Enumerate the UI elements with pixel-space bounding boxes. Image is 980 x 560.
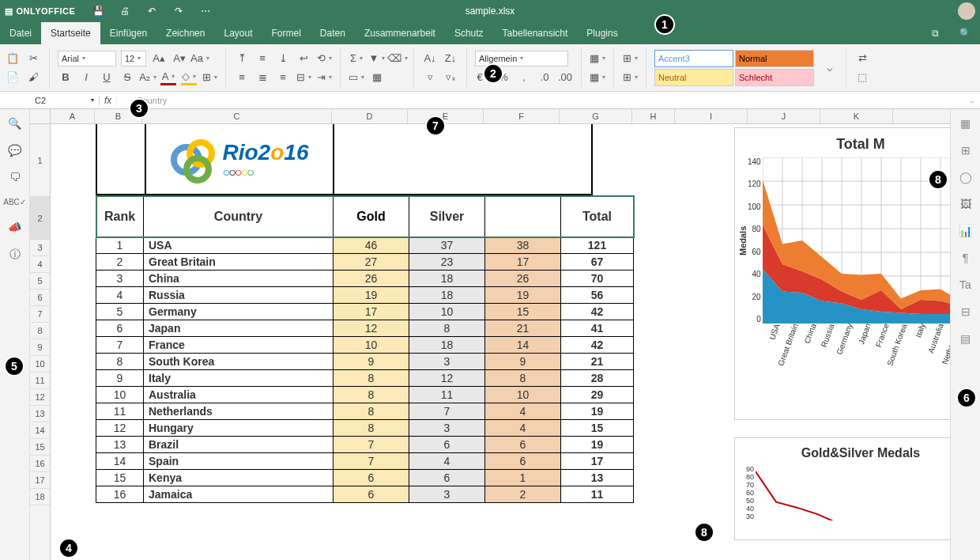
clear-icon[interactable]: ⌫ — [390, 51, 405, 66]
comments-icon[interactable]: 💬 — [8, 144, 21, 157]
col-header-I[interactable]: I — [675, 109, 748, 123]
comma-icon[interactable]: , — [516, 70, 532, 85]
font-name-select[interactable]: Arial — [58, 51, 116, 66]
menu-startseite[interactable]: Startseite — [41, 22, 100, 44]
col-header-J[interactable]: J — [748, 109, 820, 123]
table-row[interactable]: 14Spain74617 — [96, 453, 634, 470]
style-schlecht[interactable]: Schlecht — [735, 69, 814, 86]
col-header-F[interactable]: F — [484, 109, 560, 123]
sort-asc-icon[interactable]: A↓ — [422, 51, 438, 66]
row-header-8[interactable]: 8 — [30, 323, 50, 339]
sort-desc-icon[interactable]: Z↓ — [443, 51, 458, 66]
image-settings-icon[interactable]: 🖼 — [960, 198, 971, 210]
table-template-icon[interactable]: ⊞ — [622, 70, 638, 85]
style-accent3[interactable]: Accent3 — [654, 50, 733, 67]
menu-plugins[interactable]: Plugins — [577, 22, 627, 44]
row-header-14[interactable]: 14 — [30, 422, 50, 439]
delete-cells-icon[interactable]: ▦ — [590, 70, 605, 85]
named-range-icon[interactable]: ▭ — [349, 70, 364, 85]
table-row[interactable]: 1USA463738121 — [96, 237, 634, 254]
decrease-font-icon[interactable]: A▾ — [172, 51, 187, 66]
wrap-text-icon[interactable]: ↩ — [296, 51, 311, 66]
print-icon[interactable]: 🖨 — [118, 4, 132, 18]
col-header-D[interactable]: D — [332, 109, 408, 123]
select-all-corner[interactable] — [30, 109, 51, 124]
orientation-icon[interactable]: ⟲ — [316, 51, 332, 66]
col-header-H[interactable]: H — [632, 109, 675, 123]
menu-zusammenarbeit[interactable]: Zusammenarbeit — [355, 22, 445, 44]
table-row[interactable]: 16Jamaica63211 — [96, 486, 634, 503]
align-bottom-icon[interactable]: ⤓ — [275, 51, 291, 66]
row-header-12[interactable]: 12 — [30, 389, 50, 406]
row-header-2[interactable]: 2 — [30, 197, 50, 240]
find-icon[interactable]: 🔍 — [8, 117, 21, 130]
align-right-icon[interactable]: ≡ — [275, 70, 291, 85]
paragraph-settings-icon[interactable]: ¶ — [963, 252, 969, 264]
table-row[interactable]: 15Kenya66113 — [96, 470, 634, 486]
user-avatar[interactable] — [958, 2, 975, 20]
menu-tabellenansicht[interactable]: Tabellenansicht — [493, 22, 578, 44]
row-header-6[interactable]: 6 — [30, 289, 50, 306]
underline-icon[interactable]: U — [99, 70, 115, 85]
align-top-icon[interactable]: ⤒ — [234, 51, 250, 66]
table-row[interactable]: 9Italy812828 — [96, 370, 634, 387]
spreadsheet-grid[interactable]: ABCDEFGHIJK 123456789101112131415161718 … — [30, 109, 950, 560]
row-header-5[interactable]: 5 — [30, 273, 50, 289]
table-row[interactable]: 5Germany17101542 — [96, 304, 634, 320]
shape-settings-icon[interactable]: ◯ — [959, 171, 972, 184]
font-size-select[interactable]: 12 — [121, 51, 146, 66]
chart-total-medals[interactable]: Total M Medals 140120100806040200 USAGre… — [734, 127, 950, 420]
menu-daten[interactable]: Daten — [311, 22, 355, 44]
table-settings-icon[interactable]: ⊞ — [961, 144, 971, 157]
strikethrough-icon[interactable]: S — [119, 70, 135, 85]
open-location-icon[interactable]: ⧉ — [928, 26, 942, 40]
fill-down-icon[interactable]: ▼ — [369, 51, 385, 66]
conditional-format-icon[interactable]: ▦ — [369, 70, 385, 85]
row-header-10[interactable]: 10 — [30, 356, 50, 373]
undo-icon[interactable]: ↶ — [145, 4, 159, 18]
col-header-E[interactable]: E — [408, 109, 484, 123]
table-row[interactable]: 11Netherlands87419 — [96, 403, 634, 420]
feedback-icon[interactable]: 📣 — [8, 221, 21, 233]
replace-icon[interactable]: ⇄ — [854, 51, 870, 66]
formula-expand-icon[interactable]: ⌵ — [963, 96, 980, 104]
save-icon[interactable]: 💾 — [91, 4, 105, 18]
col-header-G[interactable]: G — [560, 109, 632, 123]
sum-icon[interactable]: Σ — [349, 51, 364, 66]
table-row[interactable]: 3China26182670 — [96, 271, 634, 287]
table-row[interactable]: 10Australia8111029 — [96, 387, 634, 403]
indent-icon[interactable]: ⇥ — [316, 70, 332, 85]
insert-cells-icon[interactable]: ▦ — [590, 51, 605, 66]
menu-formel[interactable]: Formel — [262, 22, 311, 44]
table-row[interactable]: 12Hungary83415 — [96, 420, 634, 437]
table-row[interactable]: 6Japan1282141 — [96, 320, 634, 337]
copy-icon[interactable]: 📋 — [5, 51, 21, 66]
increase-decimal-icon[interactable]: .00 — [557, 70, 573, 85]
increase-font-icon[interactable]: A▴ — [151, 51, 167, 66]
row-header-7[interactable]: 7 — [30, 306, 50, 323]
row-header-15[interactable]: 15 — [30, 439, 50, 456]
table-row[interactable]: 13Brazil76619 — [96, 437, 634, 453]
menu-schutz[interactable]: Schutz — [445, 22, 493, 44]
spellcheck-icon[interactable]: ABC✓ — [3, 198, 26, 206]
bold-icon[interactable]: B — [58, 70, 74, 85]
textart-settings-icon[interactable]: Ta — [959, 278, 971, 291]
row-header-18[interactable]: 18 — [30, 489, 50, 505]
align-middle-icon[interactable]: ≡ — [254, 51, 270, 66]
table-row[interactable]: 7France10181442 — [96, 337, 634, 354]
chart-settings-icon[interactable]: 📊 — [959, 225, 972, 237]
font-color-icon[interactable]: A — [160, 70, 176, 85]
more-icon[interactable]: ⋯ — [198, 4, 213, 18]
table-row[interactable]: 8South Korea93921 — [96, 354, 634, 370]
menu-layout[interactable]: Layout — [214, 22, 262, 44]
merge-icon[interactable]: ⊟ — [296, 70, 311, 85]
row-header-11[interactable]: 11 — [30, 373, 50, 389]
menu-einfügen[interactable]: Einfügen — [100, 22, 156, 44]
subscript-icon[interactable]: A₂ — [140, 70, 156, 85]
row-header-17[interactable]: 17 — [30, 472, 50, 489]
cell-styles-gallery[interactable]: Accent3 Normal Neutral Schlecht — [654, 50, 814, 86]
pivot-settings-icon[interactable]: ⊟ — [961, 305, 971, 318]
formula-input[interactable]: Country — [117, 96, 963, 105]
filter-icon[interactable]: ▿ — [422, 70, 438, 85]
decrease-decimal-icon[interactable]: .0 — [537, 70, 552, 85]
